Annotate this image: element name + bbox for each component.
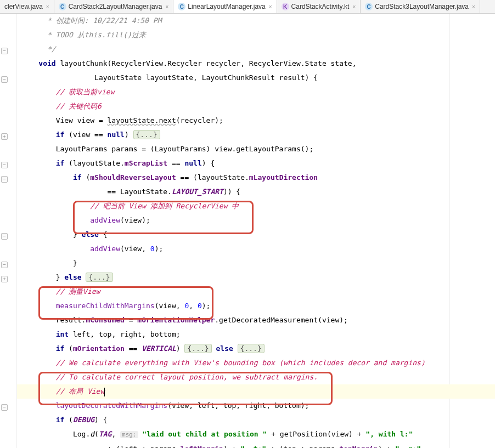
fold-marker-icon[interactable]: − [1, 162, 8, 168]
tab-cardstack2[interactable]: C CardStack2LayoutManager.java × [54, 0, 174, 13]
java-class-icon: C [178, 3, 185, 10]
code-line: if (mOrientation == VERTICAL) {...} else… [17, 342, 495, 356]
code-line: * 创建时间: 10/22/21 4:50 PM [17, 14, 495, 28]
close-icon[interactable]: × [165, 4, 168, 10]
code-line: result.mConsumed = mOrientationHelper.ge… [17, 313, 495, 327]
code-line: void layoutChunk(RecyclerView.Recycler r… [17, 56, 495, 71]
close-icon[interactable]: × [269, 4, 272, 10]
folded-block[interactable]: {...} [238, 344, 265, 353]
close-icon[interactable]: × [46, 4, 49, 10]
fold-marker-icon[interactable]: − [1, 262, 8, 268]
code-line: layoutDecoratedWithMargins(view, left, t… [17, 399, 495, 413]
code-line: int left, top, right, bottom; [17, 327, 495, 342]
code-line: // 关键代码6 [17, 99, 495, 114]
fold-marker-icon[interactable]: − [1, 233, 8, 240]
folded-block[interactable]: {...} [133, 130, 160, 139]
code-line: * TODO 从this.fill()过来 [17, 28, 495, 42]
code-line: } [17, 256, 495, 270]
code-line: // 测量View [17, 285, 495, 299]
tab-label: clerView.java [4, 3, 43, 10]
java-class-icon: C [365, 3, 373, 10]
code-line: // 获取当前view [17, 85, 495, 99]
code-line-active: // 布局 View [17, 384, 495, 399]
tab-linearlayoutmanager[interactable]: C LinearLayoutManager.java × [173, 0, 277, 13]
code-line: addView(view, 0); [17, 242, 495, 256]
code-line: Log.d(TAG, msg: "laid out child at posit… [17, 427, 495, 442]
code-line: // We calculate everything with View's b… [17, 356, 495, 370]
code-line: LayoutState layoutState, LayoutChunkResu… [17, 71, 495, 85]
code-editor[interactable]: − − + − − − − + − * 创建时间: 10/22/21 4:50 … [0, 14, 495, 448]
code-line: View view = layoutState.next(recycler); [17, 114, 495, 128]
param-hint: msg: [120, 431, 138, 438]
java-class-icon: C [59, 3, 66, 10]
code-area[interactable]: * 创建时间: 10/22/21 4:50 PM * TODO 从this.fi… [17, 14, 495, 448]
code-line: } else {...} [17, 270, 495, 285]
close-icon[interactable]: × [472, 4, 475, 10]
fold-marker-icon[interactable]: − [1, 176, 8, 183]
tab-label: CardStack3LayoutManager.java [375, 3, 469, 10]
kotlin-class-icon: K [282, 3, 289, 10]
code-line: == LayoutState.LAYOUT_START)) { [17, 185, 495, 199]
fold-marker-icon[interactable]: − [1, 76, 8, 83]
code-line: addView(view); [17, 213, 495, 228]
tab-label: LinearLayoutManager.java [188, 3, 265, 10]
code-line: } else { [17, 228, 495, 242]
tab-label: CardStackActivity.kt [291, 3, 350, 10]
fold-marker-icon[interactable]: + [1, 133, 8, 140]
code-line: if (view == null) {...} [17, 128, 495, 142]
code-line: LayoutParams params = (LayoutParams) vie… [17, 142, 495, 156]
tab-clerview[interactable]: clerView.java × [0, 0, 54, 13]
code-line: + (left + params.leftMargin) + ", t:" + … [17, 442, 495, 448]
code-line: if (DEBUG) { [17, 413, 495, 427]
tab-cardstackactivity[interactable]: K CardStackActivity.kt × [277, 0, 361, 13]
code-line: measureChildWithMargins(view, 0, 0); [17, 299, 495, 313]
tab-cardstack3[interactable]: C CardStack3LayoutManager.java × [361, 0, 480, 13]
gutter: − − + − − − − + − [0, 14, 17, 448]
code-line: // To calculate correct layout position,… [17, 370, 495, 384]
fold-marker-icon[interactable]: + [1, 276, 8, 282]
code-line: if (mShouldReverseLayout == (layoutState… [17, 171, 495, 185]
code-line: */ [17, 42, 495, 56]
tab-label: CardStack2LayoutManager.java [69, 3, 162, 10]
text-caret [104, 388, 105, 396]
editor-tabs: clerView.java × C CardStack2LayoutManage… [0, 0, 495, 14]
folded-block[interactable]: {...} [86, 273, 113, 282]
fold-marker-icon[interactable]: − [1, 404, 8, 411]
close-icon[interactable]: × [352, 4, 356, 10]
code-line: if (layoutState.mScrapList == null) { [17, 156, 495, 171]
code-line: // 吧当前 View 添加到 RecyclerView 中 [17, 199, 495, 213]
fold-marker-icon[interactable]: − [1, 48, 8, 54]
folded-block[interactable]: {...} [184, 344, 211, 353]
